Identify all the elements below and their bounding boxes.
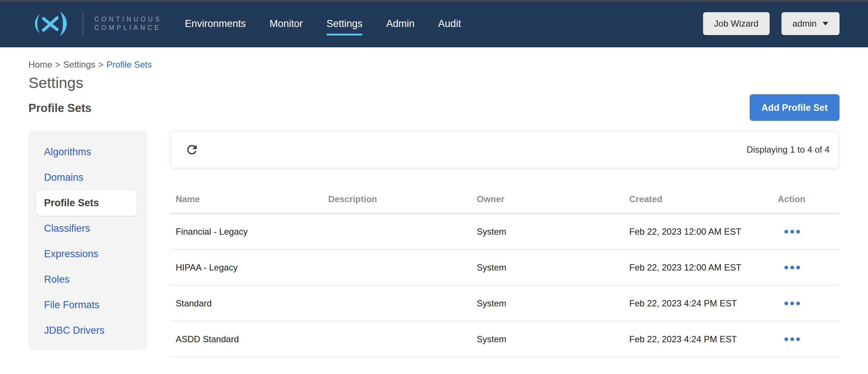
- column-header-created: Created: [624, 194, 773, 204]
- page-title: Settings: [28, 74, 840, 92]
- cell-created: Feb 22, 2023 4:24 PM EST: [624, 334, 773, 344]
- section-title: Profile Sets: [28, 102, 840, 115]
- column-header-owner: Owner: [472, 194, 624, 204]
- top-nav-bar: CONTINUOUS COMPLIANCE Environments Monit…: [0, 0, 868, 47]
- table-header-row: Name Description Owner Created Action: [170, 185, 840, 214]
- nav-item-environments[interactable]: Environments: [185, 18, 246, 30]
- cell-action: [773, 299, 840, 307]
- cell-name: Standard: [170, 298, 323, 309]
- settings-sidebar: Algorithms Domains Profile Sets Classifi…: [28, 131, 148, 350]
- caret-down-icon: [823, 22, 828, 26]
- add-profile-set-button[interactable]: Add Profile Set: [750, 94, 840, 121]
- ellipsis-icon: [784, 230, 788, 234]
- breadcrumb: Home>Settings>Profile Sets: [28, 59, 840, 70]
- delphix-logo-icon: [28, 9, 73, 38]
- row-actions-button[interactable]: [783, 335, 801, 343]
- app-window: CONTINUOUS COMPLIANCE Environments Monit…: [0, 0, 868, 374]
- user-menu-button[interactable]: admin: [781, 12, 840, 35]
- table-row: HIPAA - Legacy System Feb 22, 2023 12:00…: [170, 250, 840, 286]
- refresh-icon: [185, 143, 199, 157]
- sidebar-item-classifiers[interactable]: Classifiers: [28, 216, 148, 241]
- nav-item-audit[interactable]: Audit: [438, 18, 461, 30]
- cell-owner: System: [472, 227, 624, 237]
- brand: CONTINUOUS COMPLIANCE: [28, 9, 162, 38]
- sidebar-item-profile-sets[interactable]: Profile Sets: [36, 190, 137, 216]
- ellipsis-icon: [784, 266, 788, 269]
- cell-owner: System: [472, 298, 624, 309]
- row-actions-button[interactable]: [783, 228, 801, 236]
- row-actions-button[interactable]: [783, 299, 801, 307]
- primary-nav: Environments Monitor Settings Admin Audi…: [185, 18, 485, 30]
- window-top-edge: [0, 0, 868, 2]
- page-content: Home>Settings>Profile Sets Add Profile S…: [0, 59, 868, 357]
- brand-wordmark: CONTINUOUS COMPLIANCE: [94, 15, 162, 32]
- column-header-name: Name: [170, 194, 323, 204]
- cell-action: [773, 335, 840, 343]
- cell-action: [773, 228, 840, 236]
- sidebar-item-jdbc-drivers[interactable]: JDBC Drivers: [28, 318, 148, 343]
- breadcrumb-settings[interactable]: Settings: [63, 59, 95, 69]
- sidebar-item-roles[interactable]: Roles: [28, 267, 148, 292]
- refresh-button[interactable]: [185, 142, 200, 157]
- cell-owner: System: [472, 334, 624, 344]
- cell-name: ASDD Standard: [170, 334, 323, 344]
- wordmark-line2: COMPLIANCE: [94, 24, 162, 32]
- job-wizard-button[interactable]: Job Wizard: [703, 12, 770, 35]
- table-row: Standard System Feb 22, 2023 4:24 PM EST: [170, 286, 840, 322]
- nav-item-monitor[interactable]: Monitor: [270, 18, 303, 30]
- cell-name: HIPAA - Legacy: [170, 262, 323, 273]
- sidebar-item-file-formats[interactable]: File Formats: [28, 292, 148, 318]
- row-actions-button[interactable]: [783, 264, 801, 272]
- breadcrumb-separator: >: [98, 59, 104, 69]
- content-row: Algorithms Domains Profile Sets Classifi…: [28, 131, 840, 357]
- ellipsis-icon: [784, 302, 788, 305]
- sidebar-item-expressions[interactable]: Expressions: [28, 241, 148, 267]
- column-header-description: Description: [323, 194, 472, 204]
- breadcrumb-separator: >: [55, 59, 60, 69]
- pagination-status: Displaying 1 to 4 of 4: [747, 144, 830, 155]
- column-header-action: Action: [773, 194, 840, 204]
- header-actions: Job Wizard admin: [703, 12, 840, 35]
- table-row: Financial - Legacy System Feb 22, 2023 1…: [170, 214, 840, 250]
- nav-item-settings[interactable]: Settings: [327, 18, 363, 30]
- cell-created: Feb 22, 2023 4:24 PM EST: [624, 298, 773, 309]
- cell-created: Feb 22, 2023 12:00 AM EST: [624, 227, 773, 237]
- wordmark-line1: CONTINUOUS: [94, 15, 162, 24]
- brand-divider: [82, 11, 83, 36]
- breadcrumb-profile-sets[interactable]: Profile Sets: [107, 59, 152, 69]
- sidebar-item-domains[interactable]: Domains: [28, 165, 148, 190]
- user-menu-label: admin: [793, 18, 817, 29]
- ellipsis-icon: [784, 337, 788, 341]
- nav-item-admin[interactable]: Admin: [386, 18, 415, 30]
- sidebar-item-algorithms[interactable]: Algorithms: [28, 139, 148, 165]
- table-toolbar: Displaying 1 to 4 of 4: [170, 131, 840, 168]
- cell-created: Feb 22, 2023 12:00 AM EST: [624, 262, 773, 273]
- cell-owner: System: [472, 262, 624, 273]
- table-row: ASDD Standard System Feb 22, 2023 4:24 P…: [170, 322, 840, 357]
- cell-name: Financial - Legacy: [170, 227, 323, 237]
- cell-action: [773, 264, 840, 272]
- breadcrumb-home[interactable]: Home: [28, 59, 52, 69]
- profile-sets-panel: Displaying 1 to 4 of 4 Name Description …: [170, 131, 840, 357]
